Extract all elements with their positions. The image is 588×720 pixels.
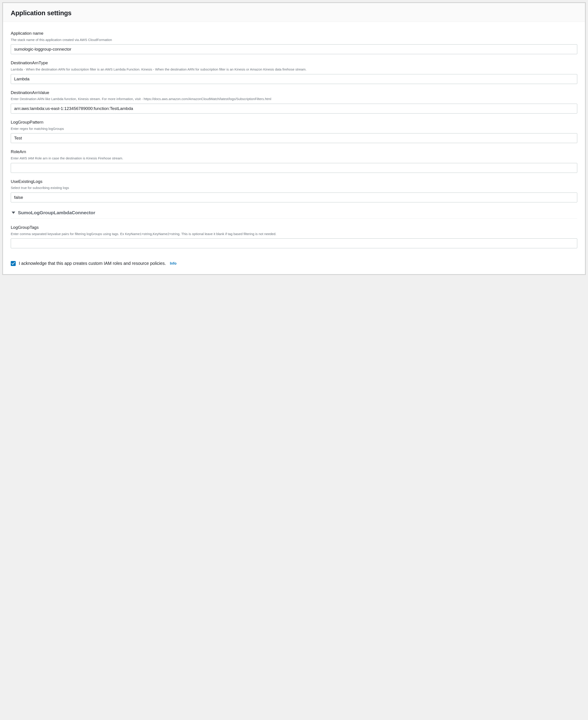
acknowledgement-text: I acknowledge that this app creates cust… bbox=[19, 261, 166, 266]
checkmark-icon bbox=[12, 262, 15, 265]
acknowledgement-checkbox[interactable] bbox=[11, 261, 16, 266]
field-destination-arn-value: DestinationArnValue Enter Destination AR… bbox=[11, 90, 577, 113]
acknowledgement-row: I acknowledge that this app creates cust… bbox=[11, 261, 577, 266]
destination-arn-value-desc: Enter Destination ARN like Lambda functi… bbox=[11, 97, 577, 101]
destination-arn-value-input[interactable] bbox=[11, 104, 577, 113]
use-existing-logs-input[interactable] bbox=[11, 193, 577, 203]
field-log-group-tags: LogGroupTags Enter comma separated keyva… bbox=[11, 225, 577, 248]
log-group-pattern-input[interactable] bbox=[11, 133, 577, 143]
destination-arn-type-desc: Lambda - When the destination ARN for su… bbox=[11, 67, 577, 72]
field-log-group-pattern: LogGroupPattern Enter regex for matching… bbox=[11, 119, 577, 143]
field-role-arn: RoleArn Enter AWS IAM Role arn in case t… bbox=[11, 149, 577, 173]
use-existing-logs-desc: Select true for subscribing existing log… bbox=[11, 185, 577, 190]
settings-panel-frame: Application settings Application name Th… bbox=[2, 2, 586, 275]
log-group-tags-input[interactable] bbox=[11, 238, 577, 248]
application-name-desc: The stack name of this application creat… bbox=[11, 37, 577, 42]
panel-header: Application settings bbox=[3, 3, 585, 22]
field-destination-arn-type: DestinationArnType Lambda - When the des… bbox=[11, 60, 577, 84]
field-use-existing-logs: UseExistingLogs Select true for subscrib… bbox=[11, 179, 577, 203]
settings-panel: Application settings Application name Th… bbox=[3, 3, 585, 274]
use-existing-logs-label: UseExistingLogs bbox=[11, 179, 577, 185]
nested-section-header[interactable]: SumoLogGroupLambdaConnector bbox=[11, 210, 577, 219]
log-group-pattern-label: LogGroupPattern bbox=[11, 119, 577, 125]
destination-arn-type-input[interactable] bbox=[11, 74, 577, 84]
destination-arn-type-label: DestinationArnType bbox=[11, 60, 577, 66]
info-link[interactable]: Info bbox=[170, 261, 176, 266]
log-group-pattern-desc: Enter regex for matching logGroups bbox=[11, 126, 577, 131]
log-group-tags-label: LogGroupTags bbox=[11, 225, 577, 231]
application-name-label: Application name bbox=[11, 30, 577, 37]
destination-arn-value-label: DestinationArnValue bbox=[11, 90, 577, 96]
role-arn-label: RoleArn bbox=[11, 149, 577, 155]
application-name-input[interactable] bbox=[11, 44, 577, 54]
role-arn-desc: Enter AWS IAM Role arn in case the desti… bbox=[11, 156, 577, 161]
role-arn-input[interactable] bbox=[11, 163, 577, 173]
page-title: Application settings bbox=[11, 9, 577, 17]
panel-body: Application name The stack name of this … bbox=[3, 22, 585, 274]
log-group-tags-desc: Enter comma separated keyvalue pairs for… bbox=[11, 232, 577, 236]
caret-down-icon bbox=[12, 212, 15, 214]
field-application-name: Application name The stack name of this … bbox=[11, 30, 577, 54]
nested-section-title: SumoLogGroupLambdaConnector bbox=[18, 210, 95, 215]
